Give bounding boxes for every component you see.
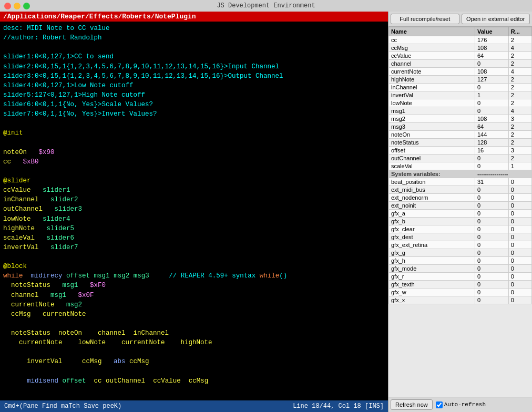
table-row[interactable]: offset 16 3 xyxy=(389,147,532,154)
code-line: noteStatus==noteOn && channel==inChannel… xyxy=(3,328,385,338)
code-line: slider6:0<0,1,1{No, Yes}>Scale Values? xyxy=(3,100,385,109)
auto-refresh-checkbox[interactable] xyxy=(436,401,443,408)
var-value: 0 xyxy=(475,107,508,115)
table-row[interactable]: noteStatus 128 2 xyxy=(389,139,532,147)
title-bar: JS Development Environment xyxy=(0,0,532,12)
close-button[interactable] xyxy=(4,3,11,9)
table-row[interactable]: gfx_x 0 0 xyxy=(389,296,532,304)
table-row[interactable]: ext_midi_bus 0 0 xyxy=(389,186,532,194)
table-row[interactable]: gfx_g 0 0 xyxy=(389,249,532,257)
var-value: 128 xyxy=(475,139,508,147)
var-name: gfx_dest xyxy=(389,233,475,241)
table-row[interactable]: gfx_clear 0 0 xyxy=(389,225,532,233)
var-col: 2 xyxy=(508,36,531,44)
code-line: currentNote >= lowNote && currentNote <=… xyxy=(3,338,385,347)
var-col: 2 xyxy=(508,91,531,99)
maximize-button[interactable] xyxy=(23,3,30,9)
var-name: gfx_x xyxy=(389,296,475,304)
code-line: scaleVal = slider6; xyxy=(3,233,385,243)
code-line xyxy=(3,367,385,376)
table-row[interactable]: gfx_ext_retina 0 0 xyxy=(389,241,532,249)
table-row[interactable]: outChannel 0 2 xyxy=(389,154,532,162)
code-area[interactable]: desc: MIDI Note to CC value//author: Rob… xyxy=(0,22,388,400)
auto-refresh-label: Auto-refresh xyxy=(436,401,486,408)
var-col: 0 xyxy=(508,194,531,202)
table-row[interactable]: ext_nodenorm 0 0 xyxy=(389,194,532,202)
code-line: ) : ( xyxy=(3,395,385,400)
var-name: ccValue xyxy=(389,52,475,60)
var-value: 0 xyxy=(475,296,508,304)
var-col: 2 xyxy=(508,123,531,131)
code-line: ccValue = slider1; xyxy=(3,186,385,195)
table-row[interactable]: msg1 0 4 xyxy=(389,107,532,115)
var-value: 16 xyxy=(475,147,508,154)
code-line: @block xyxy=(3,262,385,271)
table-row[interactable]: msg3 64 2 xyxy=(389,123,532,131)
var-name: gfx_clear xyxy=(389,225,475,233)
var-value: 0 xyxy=(475,202,508,210)
table-row[interactable]: gfx_texth 0 0 xyxy=(389,281,532,289)
code-line: cc = $xB0; xyxy=(3,157,385,167)
code-line: //author: Robert Randolph xyxy=(3,33,385,43)
table-row[interactable]: msg2 108 3 xyxy=(389,115,532,123)
table-row[interactable]: channel 0 2 xyxy=(389,60,532,68)
var-value: 0 xyxy=(475,241,508,249)
var-value: 0 xyxy=(475,99,508,107)
table-row[interactable]: currentNote 108 4 xyxy=(389,68,532,76)
table-row[interactable]: ccMsg 108 4 xyxy=(389,44,532,52)
var-col: 1 xyxy=(508,162,531,170)
refresh-button[interactable]: Refresh now xyxy=(391,399,433,410)
code-line xyxy=(3,43,385,52)
var-value: 108 xyxy=(475,68,508,76)
col-name: Name xyxy=(389,27,475,36)
var-name: cc xyxy=(389,36,475,44)
code-line: ccMsg = currentNote; xyxy=(3,310,385,319)
col-value: Value xyxy=(475,27,508,36)
table-row[interactable]: gfx_w 0 0 xyxy=(389,289,532,296)
code-line: noteOn = $x90; xyxy=(3,148,385,157)
table-row[interactable]: scaleVal 0 1 xyxy=(389,162,532,170)
var-value: 64 xyxy=(475,52,508,60)
var-col: 2 xyxy=(508,76,531,84)
var-name: gfx_h xyxy=(389,257,475,265)
var-col: 0 xyxy=(508,289,531,296)
table-row[interactable]: gfx_dest 0 0 xyxy=(389,233,532,241)
status-bar: Cmd+(Pane Find maTch Save peeK) Line 18/… xyxy=(0,400,388,412)
table-row[interactable]: gfx_h 0 0 xyxy=(389,257,532,265)
table-row[interactable]: beat_position 31 0 xyxy=(389,178,532,186)
code-line: highNote = slider5; xyxy=(3,224,385,233)
var-value: 0 xyxy=(475,289,508,296)
var-name: ccMsg xyxy=(389,44,475,52)
status-left: Cmd+(Pane Find maTch Save peeK) xyxy=(4,403,121,410)
editor-panel: /Applications/Reaper/Effects/Roberts/Not… xyxy=(0,12,388,412)
var-col: 0 xyxy=(508,225,531,233)
table-row[interactable]: lowNote 0 2 xyxy=(389,99,532,107)
table-row[interactable]: gfx_b 0 0 xyxy=(389,218,532,225)
code-line: invertVal = slider7; xyxy=(3,243,385,252)
table-row[interactable]: gfx_mode 0 0 xyxy=(389,265,532,273)
var-value: 0 xyxy=(475,257,508,265)
table-row[interactable]: ccValue 64 2 xyxy=(389,52,532,60)
table-row[interactable]: noteOn 144 2 xyxy=(389,131,532,139)
var-col: 2 xyxy=(508,84,531,91)
table-row[interactable]: inChannel 0 2 xyxy=(389,84,532,91)
var-value: 0 xyxy=(475,233,508,241)
open-editor-button[interactable]: Open in external editor xyxy=(462,14,530,24)
minimize-button[interactable] xyxy=(14,3,21,9)
code-line: ); xyxy=(3,386,385,395)
table-row[interactable]: gfx_r 0 0 xyxy=(389,273,532,281)
var-col: 0 xyxy=(508,210,531,218)
var-name: outChannel xyxy=(389,154,475,162)
table-row[interactable]: gfx_a 0 0 xyxy=(389,210,532,218)
recompile-button[interactable]: Full recompile/reset xyxy=(391,14,459,24)
table-row[interactable]: invertVal 1 2 xyxy=(389,91,532,99)
var-value: 31 xyxy=(475,178,508,186)
window-controls xyxy=(4,3,30,9)
code-line: inChannel = slider2; xyxy=(3,195,385,204)
table-row[interactable]: highNote 127 2 xyxy=(389,76,532,84)
code-line: slider5:127<0,127,1>High Note cutoff xyxy=(3,90,385,100)
table-row[interactable]: ext_noinit 0 0 xyxy=(389,202,532,210)
table-row[interactable]: cc 176 2 xyxy=(389,36,532,44)
vars-table-container[interactable]: Name Value R... cc 176 2 ccMsg 108 4 ccV… xyxy=(388,27,532,397)
var-name: gfx_r xyxy=(389,273,475,281)
